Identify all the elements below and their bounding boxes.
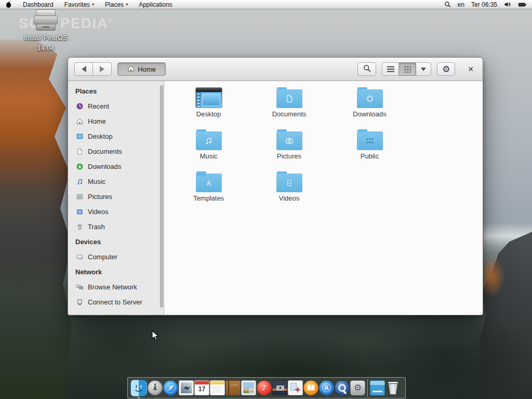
search-icon xyxy=(363,64,371,74)
dock-finder-icon[interactable] xyxy=(130,380,147,396)
forward-button[interactable] xyxy=(93,62,112,76)
chevron-down-icon xyxy=(421,68,426,71)
view-options-dropdown[interactable] xyxy=(416,62,431,76)
folder-label: Documents xyxy=(272,110,307,118)
sidebar-item-label: Trash xyxy=(88,223,105,231)
menu-applications[interactable]: Applications xyxy=(139,0,172,9)
folder-label: Desktop xyxy=(196,110,221,118)
menu-favorites-label: Favorites xyxy=(64,0,90,9)
sidebar-item-desktop[interactable]: Desktop xyxy=(68,129,164,144)
close-window-button[interactable]: ✕ xyxy=(468,65,474,73)
dock-separator xyxy=(367,379,368,397)
dock-safari-icon[interactable] xyxy=(163,380,178,395)
sidebar-item-computer[interactable]: Computer xyxy=(68,249,164,264)
folder-downloads[interactable]: Downloads xyxy=(329,86,410,128)
menu-favorites[interactable]: Favorites ▾ xyxy=(64,0,94,9)
folder-templates[interactable]: A Templates xyxy=(168,170,249,212)
pictures-icon xyxy=(75,193,84,201)
location-home-button[interactable]: Home xyxy=(117,62,166,76)
document-emblem-icon xyxy=(276,87,302,108)
dock-launchpad-icon[interactable] xyxy=(148,380,163,395)
sidebar-item-pictures[interactable]: Pictures xyxy=(68,189,164,204)
dock-app-store-icon[interactable]: A xyxy=(319,380,334,395)
dock-calendar-icon[interactable]: 17 xyxy=(194,380,209,395)
back-button[interactable] xyxy=(74,62,93,76)
browse-network-icon xyxy=(75,283,84,291)
folder-music[interactable]: Music xyxy=(168,128,249,170)
location-label: Home xyxy=(138,65,156,73)
view-switcher xyxy=(382,62,431,76)
pear-logo-icon[interactable] xyxy=(5,1,12,8)
dock-trash-icon[interactable] xyxy=(385,380,401,395)
gear-icon: ⚙ xyxy=(351,381,365,395)
dock-mail-icon[interactable] xyxy=(179,380,194,395)
clock[interactable]: Ter 06:35 xyxy=(471,0,497,9)
window-toolbar: Home xyxy=(68,58,483,81)
grid-view-button[interactable] xyxy=(399,62,416,76)
folder-videos[interactable]: Videos xyxy=(249,170,329,212)
trash-icon xyxy=(75,223,84,231)
battery-icon[interactable] xyxy=(518,2,527,8)
calendar-day: 17 xyxy=(195,384,209,394)
music-note-icon: ♪ xyxy=(257,381,271,395)
dock-itunes-icon[interactable]: ♪ xyxy=(257,380,272,395)
hard-drive-icon xyxy=(32,9,60,31)
dock-photo-booth-icon[interactable] xyxy=(272,380,287,395)
people-emblem-icon xyxy=(357,129,383,150)
download-emblem-icon xyxy=(357,87,383,108)
gear-menu-button[interactable]: ⚙ xyxy=(437,62,455,76)
install-icon-label: Install PearOS 14.04 xyxy=(9,33,82,54)
sidebar-item-recent[interactable]: Recent xyxy=(68,99,164,114)
chevron-down-icon: ▾ xyxy=(92,0,94,9)
sidebar-section-network: Network xyxy=(68,264,164,280)
sidebar-item-music[interactable]: Music xyxy=(68,174,164,189)
menu-dashboard[interactable]: Dashboard xyxy=(23,0,54,9)
video-emblem-icon xyxy=(276,171,302,192)
dock-help-viewer-icon[interactable] xyxy=(288,380,303,395)
sidebar-item-videos[interactable]: Videos xyxy=(68,204,164,219)
sidebar-item-label: Documents xyxy=(88,148,122,155)
sidebar-scrollbar[interactable] xyxy=(160,85,163,308)
language-indicator[interactable]: en xyxy=(458,0,464,9)
dock-preview-icon[interactable] xyxy=(241,380,256,395)
list-view-button[interactable] xyxy=(382,62,399,76)
dock-quicktime-icon[interactable] xyxy=(335,380,350,395)
dock-ibooks-icon[interactable] xyxy=(303,380,318,395)
app-store-letter: A xyxy=(320,381,334,395)
install-pearos-desktop-icon[interactable]: Install PearOS 14.04 xyxy=(9,9,82,54)
forward-arrow-icon xyxy=(100,66,104,72)
volume-icon[interactable] xyxy=(504,1,511,8)
folder-pictures[interactable]: Pictures xyxy=(249,128,329,170)
dock-notes-icon[interactable] xyxy=(210,380,225,395)
sidebar-item-label: Desktop xyxy=(88,132,113,140)
back-arrow-icon xyxy=(82,66,86,72)
grid-view-icon xyxy=(404,65,411,73)
folder-label: Pictures xyxy=(277,152,301,160)
dock-files-icon[interactable] xyxy=(370,380,385,395)
search-icon[interactable] xyxy=(444,1,451,8)
sidebar-item-connect-to-server[interactable]: Connect to Server xyxy=(68,295,164,310)
chevron-down-icon: ▾ xyxy=(126,0,128,9)
search-button[interactable] xyxy=(357,62,376,76)
desktop-window-icon xyxy=(195,87,222,108)
folder-desktop[interactable]: Desktop xyxy=(168,86,249,128)
template-emblem-icon: A xyxy=(196,171,222,192)
sidebar-item-documents[interactable]: Documents xyxy=(68,144,164,159)
sidebar-item-label: Home xyxy=(88,117,106,125)
sidebar-item-browse-network[interactable]: Browse Network xyxy=(68,280,164,295)
sidebar-section-devices: Devices xyxy=(68,234,164,249)
sidebar-item-label: Connect to Server xyxy=(88,298,142,306)
folder-grid: Desktop Documents xyxy=(164,81,483,315)
dock-system-preferences-icon[interactable]: ⚙ xyxy=(350,380,365,395)
menu-places-label: Places xyxy=(105,0,124,9)
menu-places[interactable]: Places ▾ xyxy=(105,0,128,9)
sidebar-item-downloads[interactable]: Downloads xyxy=(68,159,164,174)
dock-contacts-icon[interactable] xyxy=(225,380,241,395)
sidebar-item-home[interactable]: Home xyxy=(68,114,164,129)
folder-label: Templates xyxy=(193,194,224,202)
sidebar-item-trash[interactable]: Trash xyxy=(68,219,164,234)
folder-public[interactable]: Public xyxy=(329,128,410,170)
file-manager-window: Home xyxy=(68,57,483,315)
folder-documents[interactable]: Documents xyxy=(249,86,329,128)
sidebar: Places Recent Home xyxy=(68,81,164,315)
